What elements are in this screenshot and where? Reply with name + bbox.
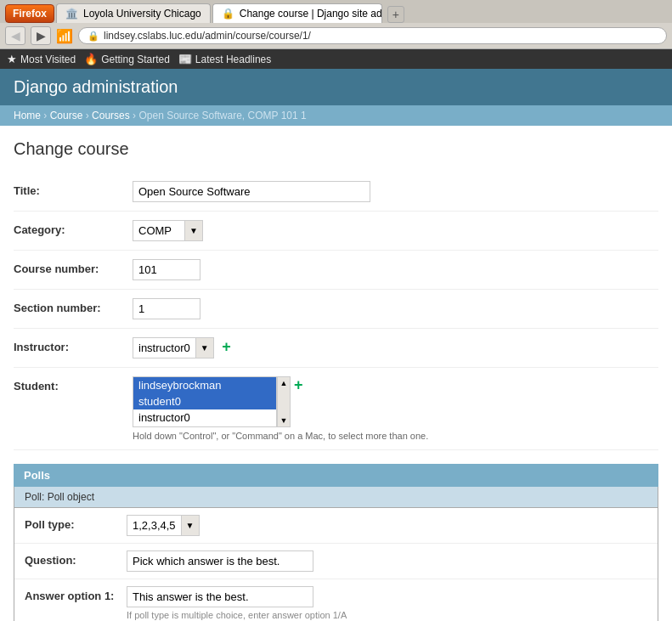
polls-section-header: Polls: [14, 464, 658, 487]
bookmark-latest-headlines[interactable]: 📰 Latest Headlines: [178, 53, 271, 65]
title-label: Title:: [14, 181, 133, 197]
content-area: Change course Title: Category: COMP ▼ Co…: [0, 126, 672, 621]
form-row-question: Question:: [14, 544, 658, 579]
fire-icon: 🔥: [84, 53, 98, 65]
student-label: Student:: [14, 376, 133, 392]
polls-title: Polls: [24, 469, 50, 482]
form-row-instructor: Instructor: instructor0 ▼ +: [14, 329, 658, 368]
instructor-select-value: instructor0: [133, 338, 195, 358]
course-number-label: Course number:: [14, 259, 133, 275]
form-row-title: Title:: [14, 172, 658, 212]
lock-icon: 🔒: [88, 31, 99, 42]
poll-type-label: Poll type:: [25, 515, 127, 531]
forward-button[interactable]: ▶: [31, 26, 51, 45]
most-visited-label: Most Visited: [20, 54, 76, 65]
firefox-menu-button[interactable]: Firefox: [5, 4, 54, 23]
answer-option-field: If poll type is multiple choice, enter a…: [127, 586, 647, 620]
title-input[interactable]: [133, 181, 370, 202]
list-item[interactable]: lindseybrockman: [133, 377, 276, 393]
student-listbox[interactable]: lindseybrockman student0 instructor0 evi…: [133, 376, 277, 427]
list-item[interactable]: student0: [133, 393, 276, 409]
student-hint-text: Hold down "Control", or "Command" on a M…: [133, 431, 658, 441]
poll-type-select-wrapper[interactable]: 1,2,3,4,5 ▼: [127, 515, 200, 536]
instructor-select-arrow[interactable]: ▼: [195, 338, 213, 358]
section-number-label: Section number:: [14, 298, 133, 314]
address-text: lindsey.cslabs.luc.edu/admin/course/cour…: [104, 30, 311, 42]
form-row-section-number: Section number:: [14, 290, 658, 329]
address-bar[interactable]: 🔒 lindsey.cslabs.luc.edu/admin/course/co…: [78, 27, 667, 44]
django-header: Django administration: [0, 69, 672, 105]
form-row-poll-type: Poll type: 1,2,3,4,5 ▼: [14, 508, 658, 544]
bookmarks-bar: ★ Most Visited 🔥 Getting Started 📰 Lates…: [0, 49, 672, 69]
student-add-button[interactable]: +: [294, 376, 303, 394]
section-number-input[interactable]: [133, 298, 200, 319]
tab-label: Loyola University Chicago: [83, 8, 201, 20]
breadcrumb-current: Open Source Software, COMP 101 1: [138, 110, 306, 121]
star-icon: ★: [7, 53, 17, 65]
course-number-field: [133, 259, 658, 280]
page-title: Change course: [14, 139, 658, 159]
tabs-bar: Firefox 🏛️ Loyola University Chicago 🔒 C…: [0, 0, 672, 23]
tab-label-active: Change course | Django site admin: [240, 8, 382, 20]
poll-type-field: 1,2,3,4,5 ▼: [127, 515, 647, 536]
category-label: Category:: [14, 220, 133, 236]
tab-django[interactable]: 🔒 Change course | Django site admin ✕: [212, 3, 382, 23]
tab-loyola[interactable]: 🏛️ Loyola University Chicago: [56, 3, 211, 23]
title-field: [133, 181, 658, 202]
poll-type-select-value: 1,2,3,4,5: [127, 516, 181, 535]
connection-icon: 📶: [56, 28, 73, 44]
category-select-arrow[interactable]: ▼: [184, 221, 202, 240]
instructor-add-button[interactable]: +: [222, 338, 231, 355]
student-field: lindseybrockman student0 instructor0 evi…: [133, 376, 658, 441]
tab-favicon: 🏛️: [65, 8, 78, 20]
new-tab-button[interactable]: +: [387, 6, 404, 23]
course-number-input[interactable]: [133, 259, 200, 280]
getting-started-label: Getting Started: [101, 54, 170, 65]
form-row-category: Category: COMP ▼: [14, 212, 658, 251]
browser-toolbar: ◀ ▶ 📶 🔒 lindsey.cslabs.luc.edu/admin/cou…: [0, 23, 672, 49]
list-item[interactable]: instructor0: [133, 409, 276, 426]
breadcrumb-home[interactable]: Home: [14, 110, 41, 121]
instructor-field: instructor0 ▼ +: [133, 337, 658, 358]
section-number-field: [133, 298, 658, 319]
breadcrumb-courses[interactable]: Courses: [92, 110, 130, 121]
polls-section-content: Poll: Poll object Poll type: 1,2,3,4,5 ▼…: [14, 487, 658, 621]
back-button[interactable]: ◀: [5, 26, 25, 45]
django-header-title: Django administration: [14, 77, 178, 96]
answer-option-input[interactable]: [127, 586, 313, 607]
form-row-answer: Answer option 1: If poll type is multipl…: [14, 579, 658, 621]
instructor-label: Instructor:: [14, 337, 133, 353]
breadcrumb: Home › Course › Courses › Open Source So…: [0, 105, 672, 126]
poll-type-select-arrow[interactable]: ▼: [181, 516, 199, 535]
tab-favicon-django: 🔒: [222, 8, 234, 20]
student-listbox-scrollbar[interactable]: ▲ ▼: [277, 376, 291, 427]
instructor-select-wrapper[interactable]: instructor0 ▼: [133, 337, 214, 358]
scroll-up-arrow[interactable]: ▲: [279, 377, 290, 389]
answer-option-label: Answer option 1:: [25, 586, 127, 602]
category-select-wrapper[interactable]: COMP ▼: [133, 220, 203, 241]
bookmark-getting-started[interactable]: 🔥 Getting Started: [84, 53, 170, 65]
question-field: [127, 550, 647, 572]
scroll-down-arrow[interactable]: ▼: [279, 415, 290, 426]
latest-headlines-label: Latest Headlines: [195, 54, 271, 65]
form-row-course-number: Course number:: [14, 251, 658, 290]
bookmark-most-visited[interactable]: ★ Most Visited: [7, 53, 76, 65]
answer-hint-text: If poll type is multiple choice, enter a…: [127, 610, 647, 620]
newspaper-icon: 📰: [178, 53, 192, 65]
question-label: Question:: [25, 550, 127, 567]
form-row-student: Student: lindseybrockman student0 instru…: [14, 368, 658, 450]
breadcrumb-course[interactable]: Course: [50, 110, 83, 121]
category-field: COMP ▼: [133, 220, 658, 241]
list-item[interactable]: evilprofessor: [133, 426, 276, 427]
poll-subheader: Poll: Poll object: [14, 487, 658, 508]
question-input[interactable]: [127, 550, 313, 572]
category-select-value: COMP: [133, 221, 184, 240]
